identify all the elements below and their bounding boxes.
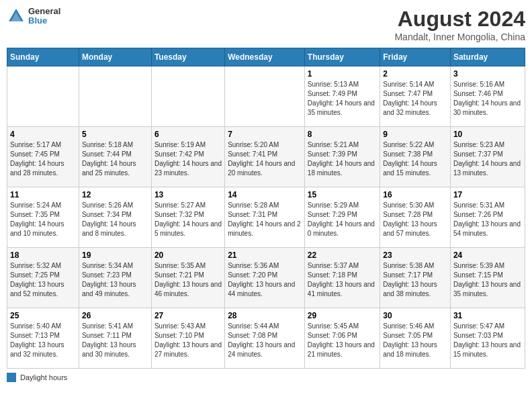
day-info: Sunrise: 5:20 AM Sunset: 7:41 PM Dayligh… (228, 140, 302, 178)
calendar-cell: 24 Sunrise: 5:39 AM Sunset: 7:15 PM Dayl… (450, 248, 525, 308)
sunset-text: Sunset: 7:25 PM (10, 271, 60, 279)
column-header-saturday: Saturday (450, 48, 525, 66)
day-info: Sunrise: 5:24 AM Sunset: 7:35 PM Dayligh… (10, 201, 76, 238)
sunrise-text: Sunrise: 5:47 AM (453, 322, 504, 330)
calendar-table: SundayMondayTuesdayWednesdayThursdayFrid… (7, 48, 525, 369)
sunset-text: Sunset: 7:17 PM (383, 271, 433, 279)
day-info: Sunrise: 5:19 AM Sunset: 7:42 PM Dayligh… (154, 140, 222, 178)
daylight-text: Daylight: 14 hours and 8 minutes. (82, 220, 136, 237)
day-info: Sunrise: 5:46 AM Sunset: 7:05 PM Dayligh… (383, 322, 447, 359)
day-info: Sunrise: 5:30 AM Sunset: 7:28 PM Dayligh… (383, 201, 447, 238)
calendar-cell: 22 Sunrise: 5:37 AM Sunset: 7:18 PM Dayl… (304, 248, 380, 308)
sunrise-text: Sunrise: 5:40 AM (10, 322, 61, 330)
day-info: Sunrise: 5:41 AM Sunset: 7:11 PM Dayligh… (82, 322, 148, 359)
sunset-text: Sunset: 7:21 PM (154, 271, 204, 279)
daylight-text: Daylight: 14 hours and 30 minutes. (453, 99, 521, 116)
sunset-text: Sunset: 7:28 PM (383, 211, 433, 218)
day-info: Sunrise: 5:23 AM Sunset: 7:37 PM Dayligh… (453, 140, 522, 178)
day-number: 12 (82, 190, 148, 199)
logo-text: General Blue (28, 7, 60, 26)
calendar-cell: 13 Sunrise: 5:27 AM Sunset: 7:32 PM Dayl… (151, 187, 224, 248)
calendar-header-row: SundayMondayTuesdayWednesdayThursdayFrid… (7, 48, 525, 66)
daylight-text: Daylight: 14 hours and 0 minutes. (308, 220, 375, 237)
calendar-cell: 16 Sunrise: 5:30 AM Sunset: 7:28 PM Dayl… (380, 187, 451, 248)
daylight-text: Daylight: 14 hours and 5 minutes. (154, 220, 222, 237)
calendar-cell: 14 Sunrise: 5:28 AM Sunset: 7:31 PM Dayl… (225, 187, 305, 248)
calendar-cell (7, 66, 79, 127)
day-number: 24 (453, 250, 522, 260)
sunset-text: Sunset: 7:13 PM (10, 332, 60, 339)
sunset-text: Sunset: 7:18 PM (308, 271, 357, 279)
column-header-wednesday: Wednesday (225, 48, 305, 66)
legend-label: Daylight hours (20, 373, 67, 381)
sunset-text: Sunset: 7:42 PM (154, 150, 204, 158)
calendar-cell: 7 Sunrise: 5:20 AM Sunset: 7:41 PM Dayli… (225, 127, 305, 187)
sunrise-text: Sunrise: 5:16 AM (453, 81, 504, 88)
calendar-cell (225, 66, 305, 127)
sunset-text: Sunset: 7:11 PM (82, 332, 132, 339)
calendar-cell: 11 Sunrise: 5:24 AM Sunset: 7:35 PM Dayl… (7, 187, 79, 248)
day-info: Sunrise: 5:18 AM Sunset: 7:44 PM Dayligh… (82, 140, 148, 178)
page-header: General Blue August 2024 Mandalt, Inner … (7, 7, 525, 42)
sunrise-text: Sunrise: 5:38 AM (383, 262, 434, 269)
logo-line2: Blue (28, 16, 60, 26)
daylight-text: Daylight: 13 hours and 27 minutes. (154, 341, 222, 358)
calendar-cell: 6 Sunrise: 5:19 AM Sunset: 7:42 PM Dayli… (151, 127, 224, 187)
day-number: 30 (383, 311, 447, 320)
calendar-cell: 12 Sunrise: 5:26 AM Sunset: 7:34 PM Dayl… (79, 187, 151, 248)
sunrise-text: Sunrise: 5:14 AM (383, 81, 434, 88)
logo-icon (7, 7, 26, 26)
sunrise-text: Sunrise: 5:26 AM (82, 201, 133, 209)
daylight-text: Daylight: 13 hours and 49 minutes. (82, 281, 136, 298)
daylight-text: Daylight: 14 hours and 35 minutes. (308, 99, 375, 116)
daylight-text: Daylight: 14 hours and 18 minutes. (308, 160, 375, 177)
sunset-text: Sunset: 7:08 PM (228, 332, 277, 339)
calendar-cell: 21 Sunrise: 5:36 AM Sunset: 7:20 PM Dayl… (225, 248, 305, 308)
day-number: 15 (308, 190, 377, 199)
daylight-text: Daylight: 14 hours and 13 minutes. (453, 160, 521, 177)
daylight-text: Daylight: 13 hours and 57 minutes. (383, 220, 437, 237)
calendar-cell: 23 Sunrise: 5:38 AM Sunset: 7:17 PM Dayl… (380, 248, 451, 308)
sunset-text: Sunset: 7:49 PM (308, 90, 357, 97)
day-number: 8 (308, 130, 377, 139)
sunset-text: Sunset: 7:47 PM (383, 90, 433, 97)
sunset-text: Sunset: 7:44 PM (82, 150, 132, 158)
day-number: 10 (453, 130, 522, 139)
sunrise-text: Sunrise: 5:36 AM (228, 262, 279, 269)
day-info: Sunrise: 5:36 AM Sunset: 7:20 PM Dayligh… (228, 261, 302, 299)
day-number: 13 (154, 190, 222, 199)
day-number: 7 (228, 130, 302, 139)
day-info: Sunrise: 5:14 AM Sunset: 7:47 PM Dayligh… (383, 80, 447, 118)
calendar-week-4: 18 Sunrise: 5:32 AM Sunset: 7:25 PM Dayl… (7, 248, 525, 308)
day-number: 3 (453, 69, 522, 79)
day-info: Sunrise: 5:31 AM Sunset: 7:26 PM Dayligh… (453, 201, 522, 238)
title-block: August 2024 Mandalt, Inner Mongolia, Chi… (394, 7, 525, 42)
day-info: Sunrise: 5:17 AM Sunset: 7:45 PM Dayligh… (10, 140, 76, 178)
sunrise-text: Sunrise: 5:44 AM (228, 322, 279, 330)
daylight-text: Daylight: 14 hours and 25 minutes. (82, 160, 136, 177)
sunrise-text: Sunrise: 5:23 AM (453, 141, 504, 148)
day-number: 31 (453, 311, 522, 320)
day-number: 4 (10, 130, 76, 139)
daylight-text: Daylight: 14 hours and 2 minutes. (228, 220, 300, 237)
day-info: Sunrise: 5:47 AM Sunset: 7:03 PM Dayligh… (453, 322, 522, 359)
sunset-text: Sunset: 7:15 PM (453, 271, 503, 279)
day-number: 27 (154, 311, 222, 320)
daylight-text: Daylight: 13 hours and 30 minutes. (82, 341, 136, 358)
sunset-text: Sunset: 7:35 PM (10, 211, 60, 218)
sunrise-text: Sunrise: 5:20 AM (228, 141, 279, 148)
day-info: Sunrise: 5:27 AM Sunset: 7:32 PM Dayligh… (154, 201, 222, 238)
day-info: Sunrise: 5:21 AM Sunset: 7:39 PM Dayligh… (308, 140, 377, 178)
calendar-week-2: 4 Sunrise: 5:17 AM Sunset: 7:45 PM Dayli… (7, 127, 525, 187)
daylight-text: Daylight: 13 hours and 21 minutes. (308, 341, 375, 358)
day-info: Sunrise: 5:35 AM Sunset: 7:21 PM Dayligh… (154, 261, 222, 299)
logo-line1: General (28, 7, 60, 16)
column-header-thursday: Thursday (304, 48, 380, 66)
day-info: Sunrise: 5:22 AM Sunset: 7:38 PM Dayligh… (383, 140, 447, 178)
day-number: 22 (308, 250, 377, 260)
day-number: 1 (308, 69, 377, 79)
day-info: Sunrise: 5:44 AM Sunset: 7:08 PM Dayligh… (228, 322, 302, 359)
sunset-text: Sunset: 7:46 PM (453, 90, 503, 97)
calendar-cell: 31 Sunrise: 5:47 AM Sunset: 7:03 PM Dayl… (450, 308, 525, 369)
day-info: Sunrise: 5:29 AM Sunset: 7:29 PM Dayligh… (308, 201, 377, 238)
